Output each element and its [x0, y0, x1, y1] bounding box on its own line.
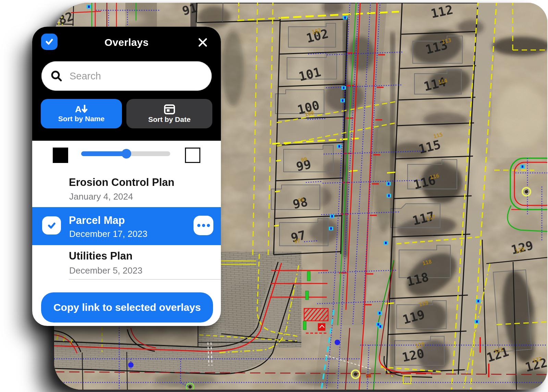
close-button[interactable]	[197, 36, 209, 49]
sort-by-name-label: Sort by Name	[58, 115, 104, 123]
panel-title: Overlays	[32, 37, 221, 48]
search-bar[interactable]	[41, 61, 212, 91]
svg-text:99: 99	[300, 156, 308, 163]
overlay-row-parcel-map-selected[interactable]: Parcel Map December 17, 2023	[32, 207, 221, 245]
search-input[interactable]	[69, 70, 197, 82]
sort-alpha-icon: A	[75, 105, 88, 114]
copy-link-button[interactable]: Copy link to selected overlays	[41, 292, 213, 323]
opacity-slider-fill	[81, 151, 126, 156]
sort-by-name-button[interactable]: A Sort by Name	[41, 99, 122, 128]
calendar-icon	[164, 104, 175, 114]
opacity-slider-thumb[interactable]	[122, 149, 131, 159]
ellipsis-icon	[197, 224, 200, 227]
overlay-name: Utilities Plan	[69, 250, 133, 262]
screenshot-root: 82 91 102 101 100 99 98 97 112 113 114 1…	[0, 0, 548, 392]
overlays-panel: Overlays A Sort by Name	[32, 27, 221, 326]
sort-by-date-label: Sort by Date	[148, 115, 191, 124]
opacity-slider[interactable]	[81, 151, 170, 156]
opacity-clear-swatch[interactable]	[185, 148, 200, 163]
overlay-more-button[interactable]	[194, 216, 213, 235]
overlay-date: December 17, 2023	[69, 229, 147, 239]
check-icon	[47, 221, 57, 230]
overlay-date: December 5, 2023	[69, 265, 142, 276]
list-divider	[69, 279, 221, 280]
overlay-name: Parcel Map	[69, 214, 125, 227]
panel-header: Overlays A Sort by Name	[32, 27, 221, 141]
svg-text:98: 98	[297, 197, 304, 204]
sort-by-date-button[interactable]: Sort by Date	[126, 99, 212, 128]
overlay-date: January 4, 2024	[69, 191, 133, 202]
svg-text:97: 97	[294, 238, 301, 245]
search-icon	[50, 70, 63, 82]
overlay-checkbox-checked[interactable]	[42, 216, 61, 235]
opacity-full-swatch[interactable]	[53, 148, 68, 163]
close-icon	[197, 37, 208, 48]
overlay-name: Erosion Control Plan	[69, 176, 174, 189]
